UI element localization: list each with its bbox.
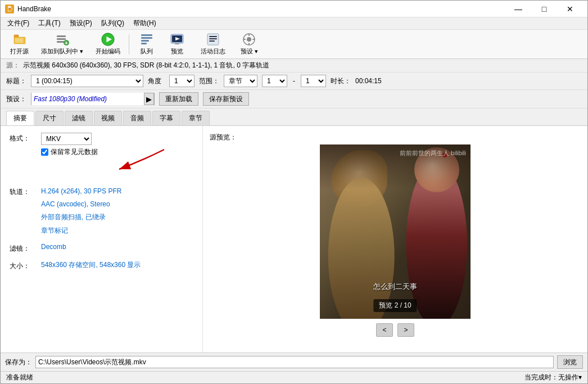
range-to-select[interactable]: 1: [301, 75, 326, 87]
filters-value: Decomb: [41, 243, 66, 251]
svg-rect-24: [248, 34, 250, 36]
tab-subtitles[interactable]: 字幕: [152, 111, 180, 125]
queue-button[interactable]: 队列: [133, 32, 161, 57]
menu-preset[interactable]: 预设(P): [65, 17, 97, 29]
close-button[interactable]: ✕: [557, 1, 583, 17]
metadata-checkbox[interactable]: [41, 148, 48, 156]
tabs-row: 摘要 尺寸 滤镜 视频 音频 字幕 章节: [1, 109, 587, 126]
size-value: 548x360 存储空间, 548x360 显示: [41, 260, 141, 270]
duration-label: 时长：: [331, 76, 351, 86]
save-path-input[interactable]: C:\Users\User\Videos\示范视频.mkv: [35, 356, 554, 368]
queue-icon: [140, 33, 153, 46]
preview-label: 源预览：: [210, 133, 237, 142]
start-encode-label: 开始编码: [96, 47, 120, 56]
svg-rect-25: [248, 43, 250, 45]
tab-filters[interactable]: 滤镜: [65, 111, 93, 125]
angle-select[interactable]: 1: [169, 75, 195, 87]
metadata-checkbox-row: 保留常见元数据: [41, 147, 98, 157]
svg-rect-27: [252, 39, 255, 40]
svg-rect-26: [243, 39, 246, 40]
save-bar: 保存为： C:\Users\User\Videos\示范视频.mkv 浏览: [1, 353, 587, 371]
tab-chapters[interactable]: 章节: [182, 111, 210, 125]
tab-audio[interactable]: 音频: [123, 111, 151, 125]
tab-video[interactable]: 视频: [94, 111, 122, 125]
svg-rect-10: [141, 34, 152, 36]
subtitle-text: 怎么到二天事: [373, 282, 417, 291]
svg-rect-11: [141, 37, 152, 39]
main-window: 🍺 HandBrake — □ ✕ 文件(F) 工具(T) 预设(P) 队列(Q…: [0, 0, 588, 384]
range-dash: -: [293, 77, 295, 85]
preset-toolbar-icon: [242, 33, 256, 46]
menu-tools[interactable]: 工具(T): [34, 17, 65, 29]
save-preset-button[interactable]: 保存新预设: [203, 92, 249, 106]
preset-value: Fast 1080p30 (Modified): [31, 93, 144, 105]
svg-rect-3: [57, 35, 66, 37]
svg-point-23: [247, 37, 251, 42]
add-queue-icon: +: [56, 33, 69, 46]
format-label: 格式：: [10, 133, 37, 143]
tab-size[interactable]: 尺寸: [35, 111, 64, 125]
preview-prev-button[interactable]: <: [376, 323, 393, 337]
preset-toolbar-button[interactable]: 预设 ▾: [235, 32, 263, 57]
format-select[interactable]: MKV: [41, 133, 92, 145]
source-info-row: 源： 示范视频 640x360 (640x360), 30 FPS, SDR (…: [1, 59, 587, 73]
preview-container: 前前前世的两生人 bilibili 怎么到二天事 预览 2 / 10: [320, 144, 471, 319]
svg-rect-19: [209, 36, 217, 37]
reload-preset-button[interactable]: 重新加载: [159, 92, 198, 106]
toolbar: 打开源 + 添加到队列中 ▾ 开: [1, 30, 587, 59]
tracks-label: 轨道：: [10, 186, 37, 197]
preview-icon: [170, 33, 184, 46]
bilibili-watermark: 前前前世的两生人 bilibili: [400, 149, 466, 157]
preview-next-button[interactable]: >: [397, 323, 414, 337]
app-icon: 🍺: [5, 4, 14, 13]
preview-nav: < >: [376, 323, 414, 337]
status-right[interactable]: 当完成时：无操作▾: [524, 373, 582, 382]
preset-toolbar-label: 预设 ▾: [241, 47, 258, 56]
start-encode-button[interactable]: 开始编码: [91, 32, 125, 57]
start-encode-icon: [101, 33, 115, 46]
svg-rect-17: [175, 43, 179, 44]
status-left: 准备就绪: [6, 373, 33, 382]
activity-log-button[interactable]: 活动日志: [193, 32, 233, 57]
menu-bar: 文件(F) 工具(T) 预设(P) 队列(Q) 帮助(H): [1, 17, 587, 30]
preset-arrow-button[interactable]: ▶: [144, 93, 154, 105]
menu-queue[interactable]: 队列(Q): [97, 17, 129, 29]
preview-counter: 预览 2 / 10: [373, 299, 417, 312]
range-type-select[interactable]: 章节: [224, 75, 257, 87]
title-label: 标题：: [6, 76, 26, 86]
metadata-label: 保留常见元数据: [51, 147, 98, 157]
preview-panel: 源预览： 前前前世的两生人 bilibili 怎么到二天事 预览 2: [203, 126, 587, 353]
preview-button[interactable]: 预览: [163, 32, 191, 57]
open-source-button[interactable]: 打开源: [5, 32, 34, 57]
window-controls: — □ ✕: [505, 1, 583, 17]
source-value: 示范视频 640x360 (640x360), 30 FPS, SDR (8-b…: [23, 61, 269, 70]
tab-summary[interactable]: 摘要: [6, 111, 34, 125]
add-queue-button[interactable]: + 添加到队列中 ▾: [36, 32, 88, 57]
toolbar-separator-1: [129, 34, 129, 55]
subtitle-overlay: 怎么到二天事: [320, 282, 471, 292]
summary-panel: 格式： MKV 保留常见元数据: [1, 126, 203, 353]
menu-file[interactable]: 文件(F): [3, 17, 34, 29]
add-queue-label: 添加到队列中 ▾: [41, 47, 83, 56]
title-controls-row: 标题： 1 (00:04:15) 角度 1 范围： 章节 1 - 1 时长： 0…: [1, 73, 587, 90]
menu-help[interactable]: 帮助(H): [129, 17, 161, 29]
open-source-label: 打开源: [10, 47, 29, 56]
format-content: MKV 保留常见元数据: [41, 133, 98, 157]
svg-rect-21: [209, 40, 215, 42]
track-item-2: AAC (avcodec), Stereo: [41, 199, 121, 210]
maximize-button[interactable]: □: [531, 1, 557, 17]
size-label: 大小：: [10, 260, 37, 271]
preset-row: 预设： Fast 1080p30 (Modified) ▶ 重新加载 保存新预设: [1, 90, 587, 109]
browse-button[interactable]: 浏览: [557, 355, 583, 369]
track-item-4: 章节标记: [41, 225, 121, 236]
range-from-select[interactable]: 1: [262, 75, 287, 87]
svg-rect-20: [209, 38, 217, 39]
minimize-button[interactable]: —: [505, 1, 531, 17]
title-select[interactable]: 1 (00:04:15): [31, 75, 143, 87]
angle-label: 角度: [148, 76, 165, 86]
preview-image: 前前前世的两生人 bilibili 怎么到二天事: [320, 144, 471, 319]
title-bar: 🍺 HandBrake — □ ✕: [1, 1, 587, 17]
status-bar: 准备就绪 当完成时：无操作▾: [1, 371, 587, 383]
format-row: 格式： MKV 保留常见元数据: [10, 133, 193, 179]
filters-row: 滤镜： Decomb: [10, 243, 193, 254]
